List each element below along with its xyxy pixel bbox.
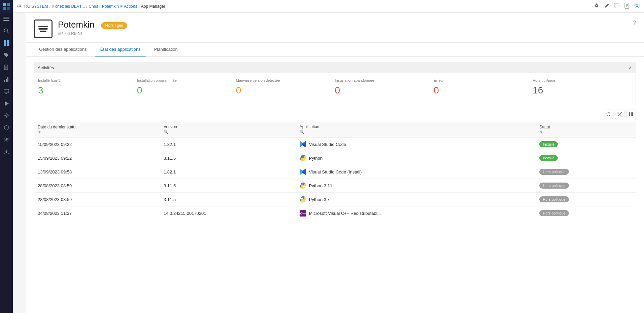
page-header: Potemkin Hors ligne #PT06-R5-N1 ? <box>26 13 644 43</box>
table-row[interactable]: 04/08/2023 11:37 14.0.24215.20170201 C++… <box>34 206 636 220</box>
refresh-button[interactable] <box>604 110 613 119</box>
breadcrumb-potemkin[interactable]: Potemkin <box>102 4 119 9</box>
activities-section-header[interactable]: Activités ∧ <box>34 62 636 73</box>
breadcrumb-actions[interactable]: Actions <box>124 4 137 9</box>
svg-point-53 <box>303 160 304 160</box>
activity-installed: Installé (sur 3) 3 <box>38 78 137 96</box>
svg-point-52 <box>302 156 302 157</box>
sidebar-item-documents[interactable] <box>0 61 13 73</box>
activity-abandoned: Installation abandonnée 0 <box>335 78 434 96</box>
svg-rect-18 <box>4 80 5 82</box>
sidebar-item-download[interactable] <box>0 146 13 158</box>
breadcrumb-sep-1: / <box>49 4 50 9</box>
status-badge-row: Installé <box>539 141 558 147</box>
device-line-2 <box>38 28 48 30</box>
cell-date: 15/09/2023 09:22 <box>34 151 160 165</box>
breadcrumb-devs[interactable]: # chez les DEVs... <box>52 4 85 9</box>
table-row[interactable]: 13/09/2023 09:58 1.82.1 Visual Studio Co… <box>34 165 636 179</box>
table-row[interactable]: 28/08/2023 08:59 3.11.5 Python 3.x Hors … <box>34 193 636 206</box>
status-badge: Hors ligne <box>101 22 127 29</box>
document-icon[interactable] <box>624 3 630 10</box>
sidebar-item-play[interactable] <box>0 97 13 110</box>
cell-version: 1.82.1 <box>160 165 296 179</box>
sidebar-item-shield[interactable] <box>0 122 13 134</box>
cell-date: 13/09/2023 09:58 <box>34 165 160 179</box>
topbar-icons <box>594 3 640 10</box>
svg-rect-43 <box>629 112 630 116</box>
device-line-1 <box>38 26 48 27</box>
columns-button[interactable] <box>626 110 636 119</box>
sidebar-item-monitor[interactable] <box>0 85 13 97</box>
svg-point-61 <box>303 187 304 188</box>
app-name: Python 3.x <box>309 197 330 202</box>
table-toolbar <box>34 110 636 119</box>
table-row[interactable]: 28/08/2023 08:59 3.11.5 Python 3.11 Hors… <box>34 179 636 193</box>
breadcrumb-sep-3: / <box>99 4 100 9</box>
breadcrumb-rg-system[interactable]: RG SYSTEM <box>24 4 48 9</box>
col-date: Date du dernier statut ▼ <box>34 122 160 137</box>
version-search-icon[interactable]: 🔍 <box>164 130 292 134</box>
table-row[interactable]: 15/09/2023 09:22 1.82.1 Visual Studio Co… <box>34 137 636 151</box>
status-filter-icon[interactable]: ▼ <box>539 130 632 134</box>
sidebar-item-settings[interactable] <box>0 110 13 122</box>
date-filter-icon[interactable]: ▼ <box>38 130 156 134</box>
cell-date: 15/09/2023 09:22 <box>34 137 160 151</box>
app-icon-vscode <box>300 168 306 175</box>
activity-abandoned-value: 0 <box>335 85 434 96</box>
settings-icon[interactable] <box>634 3 640 10</box>
activity-bad-version: Mauvaise version détectée 0 <box>236 78 335 96</box>
svg-rect-5 <box>3 18 9 19</box>
activity-scheduled: Installation programmée 0 <box>137 78 236 96</box>
sidebar-item-grid[interactable] <box>0 37 13 49</box>
breadcrumb-chris[interactable]: Chris <box>89 4 98 9</box>
sidebar-item-search[interactable] <box>0 25 13 37</box>
table-row[interactable]: 15/09/2023 09:22 3.11.5 Python Installé <box>34 151 636 165</box>
breadcrumb-sep-2: / <box>86 4 87 9</box>
app-name: Microsoft Visual C++ Redistributabl... <box>309 211 381 216</box>
cell-status: Hors politique <box>535 193 636 206</box>
sidebar-item-charts[interactable] <box>0 73 13 85</box>
svg-rect-6 <box>3 20 9 21</box>
svg-marker-55 <box>302 169 306 175</box>
clear-filter-button[interactable] <box>615 110 624 119</box>
chat-icon[interactable] <box>614 3 620 10</box>
svg-point-29 <box>19 4 20 5</box>
svg-point-30 <box>18 6 19 7</box>
tab-planification[interactable]: Planification <box>149 43 183 56</box>
app-search-icon[interactable]: 🔍 <box>300 130 532 134</box>
app-icon-python <box>300 155 306 161</box>
svg-point-33 <box>20 6 21 7</box>
svg-rect-20 <box>7 77 8 82</box>
cell-status: Hors politique <box>535 179 636 193</box>
svg-rect-0 <box>3 3 6 6</box>
svg-rect-1 <box>7 3 10 6</box>
activity-bad-version-value: 0 <box>236 85 335 96</box>
sidebar-item-tags[interactable] <box>0 49 13 61</box>
activity-error: Erreur 0 <box>434 78 533 96</box>
col-status: Statut ▼ <box>535 122 636 137</box>
sidebar-logo <box>0 0 13 13</box>
tab-etat[interactable]: État des applications <box>95 43 146 56</box>
cell-date: 04/08/2023 11:37 <box>34 206 160 220</box>
rocket-icon[interactable] <box>594 3 600 10</box>
help-icon[interactable]: ? <box>633 19 636 27</box>
sidebar-item-menu[interactable] <box>0 13 13 25</box>
cell-status: Installé <box>535 151 636 165</box>
app-icon-msvc: C++ <box>300 210 306 217</box>
breadcrumb-sep-5: / <box>138 4 139 9</box>
pen-icon[interactable] <box>604 3 610 10</box>
topbar: RG SYSTEM / # chez les DEVs... / Chris /… <box>13 0 644 13</box>
cell-status: Hors politique <box>535 206 636 220</box>
svg-point-13 <box>5 53 5 54</box>
cell-status: Hors politique <box>535 165 636 179</box>
tab-gestion[interactable]: Gestion des applications <box>34 43 92 56</box>
svg-point-25 <box>6 115 7 117</box>
breadcrumb: RG SYSTEM / # chez les DEVs... / Chris /… <box>17 4 594 9</box>
svg-point-63 <box>303 201 304 202</box>
activity-policy-label: Hors politique <box>533 78 632 82</box>
cell-date: 28/08/2023 08:59 <box>34 179 160 193</box>
status-badge-row: Hors politique <box>539 169 569 175</box>
app-icon-python <box>300 182 306 189</box>
sidebar-item-users[interactable] <box>0 134 13 146</box>
cell-date: 28/08/2023 08:59 <box>34 193 160 206</box>
